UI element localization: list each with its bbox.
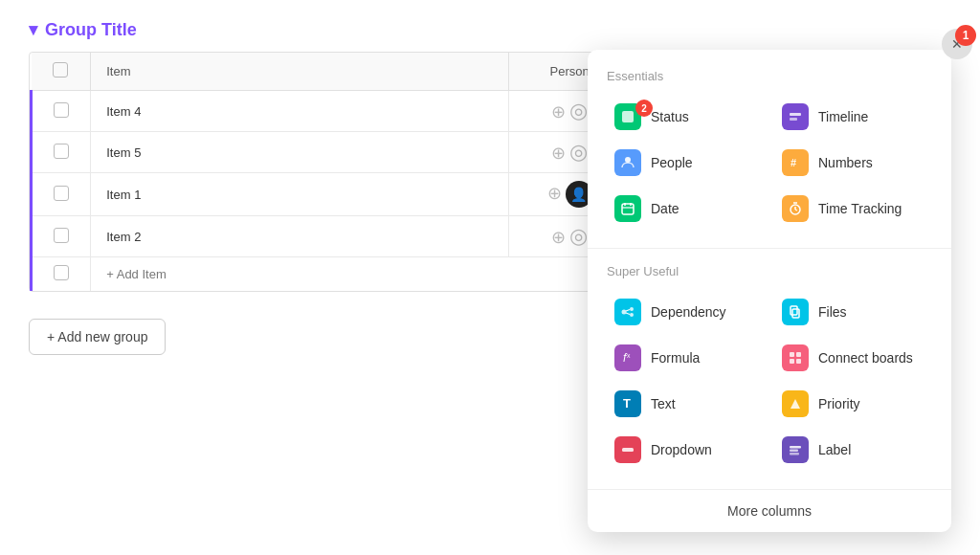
formula-icon: fx [614, 344, 641, 371]
row-check[interactable] [32, 216, 91, 257]
group-title: ▾ Group Title [29, 19, 951, 40]
item-name: Item 2 [91, 216, 508, 257]
column-item-text[interactable]: T Text [607, 384, 765, 424]
date-icon [614, 195, 641, 222]
priority-label: Priority [818, 396, 860, 411]
more-columns-button[interactable]: More columns [588, 489, 951, 532]
svg-rect-31 [790, 453, 799, 455]
dependency-label: Dependency [651, 304, 726, 320]
row-check[interactable] [32, 173, 91, 216]
column-item-time-tracking[interactable]: Time Tracking [774, 189, 932, 229]
super-useful-grid: Dependency Files fx Formula [607, 292, 932, 470]
dropdown-icon [614, 436, 641, 463]
label-label: Label [818, 442, 851, 457]
dependency-icon [614, 299, 641, 325]
people-icon [614, 149, 641, 176]
svg-text:T: T [623, 396, 631, 411]
notification-badge: 1 [955, 25, 976, 46]
label-icon [782, 436, 809, 463]
item-name: Item 5 [91, 132, 508, 173]
numbers-label: Numbers [818, 155, 873, 170]
status-badge: 2 [635, 100, 653, 117]
svg-rect-28 [622, 448, 634, 452]
column-item-dropdown[interactable]: Dropdown [607, 430, 765, 470]
status-label: Status [651, 109, 689, 124]
numbers-icon: # [782, 149, 809, 176]
column-item-date[interactable]: Date [607, 189, 765, 229]
avatar-icon: ◎ [569, 224, 588, 248]
time-tracking-label: Time Tracking [818, 201, 902, 216]
header-checkbox[interactable] [53, 62, 68, 78]
column-item-files[interactable]: Files [774, 292, 932, 332]
chevron-icon[interactable]: ▾ [29, 19, 37, 40]
svg-rect-22 [790, 352, 794, 357]
row-checkbox[interactable] [54, 102, 69, 118]
timeline-icon [782, 103, 809, 130]
svg-point-15 [630, 313, 634, 317]
svg-rect-23 [796, 352, 801, 357]
time-tracking-icon [782, 195, 809, 222]
avatar-icon: ◎ [569, 99, 588, 122]
svg-line-17 [626, 313, 630, 315]
svg-rect-18 [791, 306, 797, 315]
dropdown-label: Dropdown [651, 442, 712, 457]
column-item-numbers[interactable]: # Numbers [774, 143, 932, 183]
connect-boards-icon [782, 344, 809, 371]
files-label: Files [818, 304, 847, 320]
column-item-dependency[interactable]: Dependency [607, 292, 765, 332]
text-label: Text [651, 396, 676, 411]
svg-point-13 [622, 310, 627, 315]
add-person-icon[interactable]: ⊕ [551, 228, 566, 247]
item-name: Item 4 [91, 91, 508, 132]
add-person-icon[interactable]: ⊕ [551, 144, 566, 163]
check-header [32, 53, 91, 91]
add-new-group-button[interactable]: + Add new group [29, 319, 166, 355]
section-divider [588, 248, 951, 249]
add-person-icon[interactable]: ⊕ [551, 102, 566, 122]
column-picker-dropdown: ✕ 1 Essentials Status 2 Timeline [588, 50, 951, 532]
people-label: People [651, 155, 693, 170]
add-item-check [32, 257, 91, 292]
column-item-label[interactable]: Label [774, 430, 932, 470]
files-icon [782, 299, 809, 325]
formula-label: Formula [651, 350, 700, 366]
column-item-priority[interactable]: Priority [774, 384, 932, 424]
connect-boards-label: Connect boards [818, 350, 913, 366]
priority-icon [782, 390, 809, 417]
svg-rect-1 [790, 113, 801, 116]
row-checkbox[interactable] [54, 144, 69, 159]
date-label: Date [651, 201, 679, 216]
group-title-text: Group Title [45, 20, 137, 40]
svg-rect-25 [796, 359, 801, 364]
column-item-timeline[interactable]: Timeline [774, 97, 932, 137]
timeline-label: Timeline [818, 109, 868, 124]
column-item-formula[interactable]: fx Formula [607, 338, 765, 378]
row-checkbox[interactable] [54, 186, 69, 201]
svg-rect-5 [622, 204, 634, 214]
essentials-grid: Status 2 Timeline People # [607, 97, 932, 229]
column-item-people[interactable]: People [607, 143, 765, 183]
svg-text:#: # [791, 157, 796, 168]
add-item-checkbox [54, 265, 69, 280]
row-check[interactable] [32, 91, 91, 132]
row-checkbox[interactable] [54, 228, 69, 243]
svg-rect-0 [622, 111, 634, 122]
avatar-icon: ◎ [569, 140, 588, 164]
column-item-connect-boards[interactable]: Connect boards [774, 338, 932, 378]
svg-rect-24 [790, 359, 794, 364]
super-useful-label: Super Useful [607, 264, 932, 278]
essentials-label: Essentials [607, 69, 932, 83]
item-header: Item [91, 53, 508, 91]
svg-rect-19 [792, 309, 799, 318]
svg-line-16 [626, 310, 630, 312]
row-check[interactable] [32, 132, 91, 173]
column-item-status[interactable]: Status 2 [607, 97, 765, 137]
svg-rect-29 [790, 446, 801, 449]
svg-point-14 [630, 307, 634, 311]
text-icon: T [614, 390, 641, 417]
svg-marker-27 [791, 399, 800, 409]
svg-point-3 [625, 157, 631, 163]
svg-text:x: x [627, 352, 631, 359]
add-person-icon[interactable]: ⊕ [547, 184, 562, 203]
svg-rect-2 [790, 118, 797, 121]
